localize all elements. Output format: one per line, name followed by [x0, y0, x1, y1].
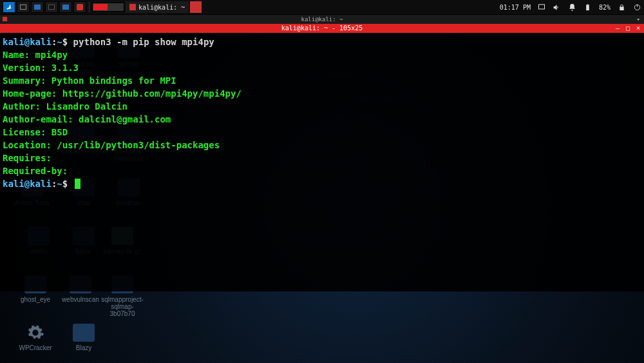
- panel-launcher-3[interactable]: [59, 1, 72, 13]
- output-line: License: BSD: [3, 126, 641, 139]
- output-line: Author: Lisandro Dalcin: [3, 100, 641, 113]
- close-button[interactable]: ×: [634, 24, 643, 33]
- cursor: [75, 179, 80, 189]
- output-line: Location: /usr/lib/python3/dist-packages: [3, 139, 641, 152]
- terminal-titlebar[interactable]: kali@kali: ~ - 105x25 – □ ×: [0, 24, 644, 33]
- output-line: Summary: Python bindings for MPI: [3, 74, 641, 87]
- lock-icon[interactable]: [617, 3, 626, 12]
- prompt-dollar: $: [62, 37, 73, 47]
- output-line: Name: mpi4py: [3, 48, 641, 61]
- prompt-user: kali: [3, 37, 24, 47]
- svg-rect-2: [587, 4, 589, 5]
- tab-icon: [3, 17, 7, 21]
- terminal-window: kali@kali: ~ ▾ kali@kali: ~ - 105x25 – □…: [0, 14, 644, 291]
- terminal-tabbar[interactable]: kali@kali: ~ ▾: [0, 15, 644, 24]
- taskbar-item-label: kali@kali: ~: [138, 4, 185, 11]
- top-panel: kali@kali: ~ 01:17 PM 82%: [0, 0, 644, 14]
- prompt-path: ~: [57, 37, 62, 47]
- panel-launcher-terminal[interactable]: [45, 1, 58, 13]
- command-text: python3 -m pip show mpi4py: [73, 37, 214, 47]
- svg-rect-0: [538, 5, 544, 9]
- output-line: Home-page: https://github.com/mpi4py/mpi…: [3, 87, 641, 100]
- desktop-icon[interactable]: Blazy: [61, 324, 106, 351]
- panel-launcher-1[interactable]: [17, 1, 30, 13]
- output-line: Author-email: dalcinl@gmail.com: [3, 113, 641, 126]
- desktop-icon-label: sqlmapproject-sqlmap-3b07b70: [100, 296, 145, 317]
- terminal-tab-title: kali@kali: ~: [301, 16, 343, 23]
- battery-percent: 82%: [599, 4, 611, 11]
- panel-left: kali@kali: ~: [3, 1, 202, 13]
- svg-rect-4: [637, 4, 638, 6]
- window-minimize-icon[interactable]: ▾: [637, 15, 640, 24]
- prompt-line: kali@kali:~$ python3 -m pip show mpi4py: [3, 35, 641, 48]
- desktop-icon[interactable]: WPCracker: [13, 324, 58, 351]
- taskbar-item-terminal[interactable]: kali@kali: ~: [126, 1, 189, 13]
- taskbar-item-extra[interactable]: [190, 1, 202, 13]
- terminal-icon: [129, 4, 136, 10]
- panel-right: 01:17 PM 82%: [500, 3, 641, 12]
- terminal-window-title: kali@kali: ~ - 105x25: [281, 25, 363, 32]
- minimize-button[interactable]: –: [613, 24, 622, 33]
- prompt-at: @: [24, 37, 30, 47]
- app-menu-button[interactable]: [3, 1, 15, 13]
- output-line: Required-by:: [3, 164, 641, 177]
- terminal-body[interactable]: kali@kali:~$ python3 -m pip show mpi4py …: [0, 33, 644, 193]
- clock[interactable]: 01:17 PM: [500, 4, 531, 11]
- notifications-icon[interactable]: [568, 3, 577, 12]
- desktop-icon-label: webvulnscan: [58, 296, 103, 303]
- prompt-line: kali@kali:~$: [3, 177, 641, 190]
- output-line: Requires:: [3, 152, 641, 164]
- volume-icon[interactable]: [553, 3, 562, 12]
- desktop-icon-label: WPCracker: [13, 344, 58, 351]
- desktop-icon-label: ghost_eye: [13, 296, 58, 303]
- panel-launcher-2[interactable]: [31, 1, 44, 13]
- panel-launcher-4[interactable]: [73, 1, 86, 13]
- output-line: Version: 3.1.3: [3, 61, 641, 74]
- battery-icon[interactable]: [583, 3, 592, 12]
- desktop-icon-label: Blazy: [61, 344, 106, 351]
- prompt-host: kali: [30, 37, 52, 47]
- svg-rect-1: [587, 5, 590, 10]
- maximize-button[interactable]: □: [623, 24, 632, 33]
- workspace-switcher[interactable]: [92, 3, 124, 12]
- power-icon[interactable]: [632, 3, 641, 12]
- show-desktop-icon[interactable]: [537, 3, 546, 12]
- panel-separator: [89, 2, 90, 12]
